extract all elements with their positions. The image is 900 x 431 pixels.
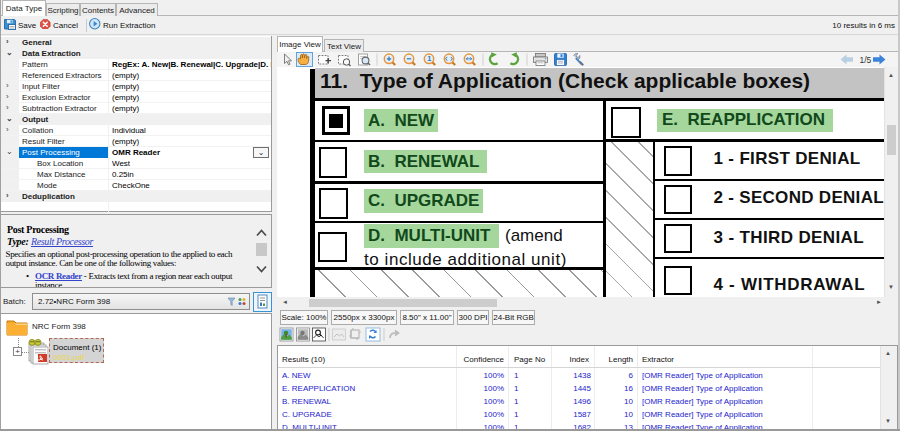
svg-text:1: 1 (427, 54, 431, 63)
svg-text:1/5: 1/5 (860, 55, 872, 65)
